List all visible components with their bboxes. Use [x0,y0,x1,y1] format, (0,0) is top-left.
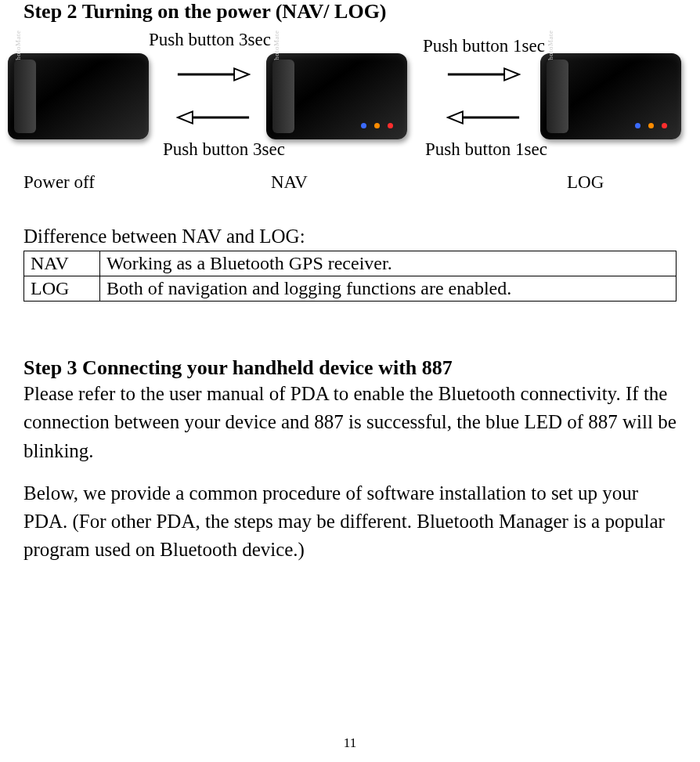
svg-marker-3 [178,111,193,123]
step2-title: Step 2 Turning on the power (NAV/ LOG) [23,0,677,23]
arrow-left-1 [176,108,251,130]
svg-marker-1 [234,68,249,80]
arrow2-bottom-label: Push button 1sec [425,139,547,160]
state-log-label: LOG [567,172,604,193]
arrow1-top-label: Push button 3sec [149,30,271,50]
diff-key: NAV [24,251,100,276]
difference-table: NAV Working as a Bluetooth GPS receiver.… [23,251,677,302]
arrow-right-2 [446,65,521,87]
device-log-image: photoMate [540,53,681,139]
step3-title: Step 3 Connecting your handheld device w… [23,356,677,380]
arrow-right-1 [176,65,251,87]
table-row: NAV Working as a Bluetooth GPS receiver. [24,251,677,276]
step3-para2: Below, we provide a common procedure of … [23,479,677,565]
arrow-left-2 [446,108,521,130]
diff-key: LOG [24,276,100,302]
diff-desc: Working as a Bluetooth GPS receiver. [100,251,677,276]
device-poweroff-image: photoMate [8,53,149,139]
state-nav-label: NAV [271,172,308,193]
step3-para1: Please refer to the user manual of PDA t… [23,380,677,465]
device-nav-image: photoMate [266,53,407,139]
diff-desc: Both of navigation and logging functions… [100,276,677,302]
svg-marker-5 [504,68,519,80]
difference-title: Difference between NAV and LOG: [23,226,677,247]
state-poweroff-label: Power off [23,172,95,193]
arrow2-top-label: Push button 1sec [423,36,545,56]
table-row: LOG Both of navigation and logging funct… [24,276,677,302]
power-diagram: Push button 3sec Push button 1sec photoM… [23,30,677,194]
svg-marker-7 [448,111,463,123]
page-number: 11 [0,735,700,751]
arrow1-bottom-label: Push button 3sec [163,139,285,160]
